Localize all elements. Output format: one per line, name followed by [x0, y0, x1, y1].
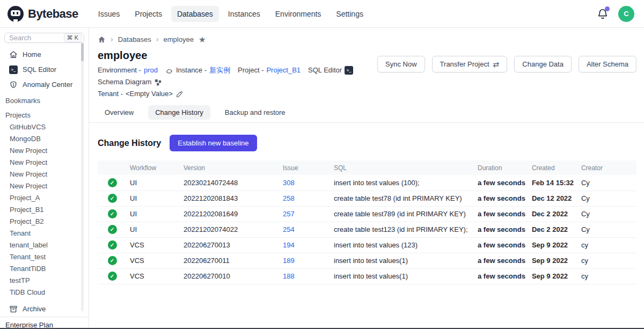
cell-creator: Cy — [578, 222, 636, 237]
cell-created: Sep 9 2022 — [529, 253, 578, 268]
home-icon[interactable] — [98, 35, 106, 43]
cell-created: Feb 14 15:32 — [529, 175, 578, 191]
change-history-row[interactable]: ✓ UI 20221202081649 257 create table tes… — [98, 206, 636, 222]
sidebar-scrollbar-thumb[interactable] — [81, 43, 84, 61]
issue-link[interactable]: 194 — [283, 241, 295, 249]
cell-issue: 257 — [280, 206, 331, 222]
sidebar-scrollbar[interactable] — [81, 43, 84, 311]
nav-item[interactable]: Environments — [269, 6, 327, 22]
cell-sql: insert into test values(1) — [331, 253, 474, 268]
sidebar-project-item[interactable]: TenantTiDB — [0, 263, 89, 275]
sidebar-project-item[interactable]: Project_B2 — [0, 216, 89, 228]
issue-link[interactable]: 257 — [283, 210, 295, 218]
nav-item[interactable]: Instances — [222, 6, 266, 22]
environment-label: Environment - — [98, 64, 141, 76]
sidebar-item-sql-editor[interactable]: >_ SQL Editor — [0, 62, 89, 77]
cell-version: 202206270011 — [180, 253, 280, 268]
bytebase-logo[interactable]: Bytebase — [8, 6, 78, 22]
change-history-row[interactable]: ✓ VCS 202206270011 189 insert into test … — [98, 253, 636, 268]
col-sql: SQL — [331, 160, 474, 175]
sql-editor-link[interactable]: SQL Editor >_ — [308, 64, 353, 76]
sidebar-project-item[interactable]: New Project — [0, 180, 89, 192]
issue-link[interactable]: 258 — [283, 194, 295, 202]
issue-link[interactable]: 254 — [283, 225, 295, 233]
cell-creator: cy — [578, 237, 636, 253]
establish-baseline-button[interactable]: Establish new baseline — [170, 135, 257, 151]
success-check-icon: ✓ — [108, 272, 117, 281]
sidebar-project-item[interactable]: Project_B1 — [0, 204, 89, 216]
sidebar: ⌘ K Home >_ SQL Editor Anomaly Center Bo… — [0, 28, 89, 327]
change-history-row[interactable]: ✓ VCS 202206270013 194 insert into test … — [98, 237, 636, 253]
cell-status: ✓ — [98, 253, 127, 268]
instance-link[interactable]: 新实例 — [209, 64, 230, 76]
change-history-row[interactable]: ✓ VCS 202206270010 188 insert into test … — [98, 268, 636, 284]
cell-version: 20221202081843 — [180, 191, 280, 206]
user-avatar[interactable]: C — [618, 6, 634, 22]
bookmark-star-icon[interactable]: ★ — [199, 35, 206, 43]
change-history-row[interactable]: ✓ UI 20221202074022 254 create table tes… — [98, 222, 636, 237]
col-issue: Issue — [280, 160, 331, 175]
sidebar-project-item[interactable]: Project_A — [0, 192, 89, 204]
nav-item[interactable]: Databases — [171, 6, 219, 22]
cell-created: Sep 9 2022 — [529, 237, 578, 253]
cell-version: 202206270013 — [180, 237, 280, 253]
col-status — [98, 160, 127, 175]
sidebar-project-item[interactable]: MongoDB — [0, 133, 89, 145]
tab[interactable]: Change History — [148, 105, 210, 120]
project-link[interactable]: Project_B1 — [266, 64, 301, 76]
sidebar-project-item[interactable]: TiDB Cloud — [0, 287, 89, 298]
nav-item[interactable]: Issues — [92, 6, 126, 22]
notifications-button[interactable] — [597, 8, 609, 20]
edit-pencil-icon[interactable] — [175, 90, 184, 98]
sidebar-item-label: SQL Editor — [23, 65, 56, 74]
change-history-row[interactable]: ✓ UI 20230214072448 308 insert into test… — [98, 175, 636, 191]
plan-label[interactable]: Enterprise Plan — [0, 317, 89, 329]
sidebar-item-anomaly-center[interactable]: Anomaly Center — [0, 77, 89, 92]
nav-item[interactable]: Settings — [330, 6, 369, 22]
sidebar-project-item[interactable]: tenant_label — [0, 239, 89, 251]
sync-now-button[interactable]: Sync Now — [377, 56, 425, 72]
search-shortcut-badge: ⌘ K — [64, 33, 82, 42]
sidebar-project-item[interactable]: Tenant — [0, 228, 89, 239]
cell-sql: insert into test values (123) — [331, 237, 474, 253]
issue-link[interactable]: 308 — [283, 179, 295, 187]
cell-issue: 188 — [280, 268, 331, 284]
environment-link[interactable]: prod — [144, 64, 158, 76]
cell-creator: cy — [578, 253, 636, 268]
sidebar-item-archive[interactable]: Archive — [0, 302, 89, 317]
col-duration: Duration — [474, 160, 529, 175]
sidebar-project-item[interactable]: GitHubVCS — [0, 121, 89, 133]
alter-schema-button[interactable]: Alter Schema — [579, 56, 636, 72]
schema-diagram-link[interactable]: Schema Diagram — [98, 76, 162, 88]
nav-item[interactable]: Projects — [129, 6, 168, 22]
terminal-icon: >_ — [9, 65, 18, 74]
issue-link[interactable]: 189 — [283, 257, 295, 265]
sidebar-project-item[interactable]: New Project — [0, 145, 89, 157]
tab[interactable]: Overview — [98, 105, 141, 120]
sidebar-project-item[interactable]: New Project — [0, 157, 89, 169]
change-data-button[interactable]: Change Data — [514, 56, 572, 72]
change-history-row[interactable]: ✓ UI 20221202081843 258 create table tes… — [98, 191, 636, 206]
cell-status: ✓ — [98, 222, 127, 237]
change-history-heading: Change History — [98, 138, 161, 148]
cell-issue: 254 — [280, 222, 331, 237]
search-box[interactable]: ⌘ K — [4, 33, 84, 43]
tab[interactable]: Backup and restore — [218, 105, 292, 120]
sidebar-project-item[interactable]: Tenant_test — [0, 251, 89, 263]
breadcrumb-databases[interactable]: Databases — [118, 35, 151, 43]
top-navbar: Bytebase Issues Projects Databases Insta… — [0, 0, 644, 28]
breadcrumb-employee[interactable]: employee — [164, 35, 194, 43]
cell-version: 20221202074022 — [180, 222, 280, 237]
success-check-icon: ✓ — [108, 256, 117, 265]
sidebar-project-item[interactable]: New Project — [0, 169, 89, 180]
sidebar-item-home[interactable]: Home — [0, 47, 89, 62]
issue-link[interactable]: 188 — [283, 272, 295, 280]
transfer-arrows-icon: ⇄ — [493, 61, 500, 68]
col-creator: Creator — [578, 160, 636, 175]
sidebar-project-item[interactable]: testTP — [0, 275, 89, 287]
main-nav: Issues Projects Databases Instances Envi… — [92, 6, 369, 22]
success-check-icon: ✓ — [108, 209, 117, 218]
cell-workflow: VCS — [127, 253, 180, 268]
search-input[interactable] — [9, 34, 64, 42]
transfer-project-button[interactable]: Transfer Project ⇄ — [432, 56, 508, 72]
